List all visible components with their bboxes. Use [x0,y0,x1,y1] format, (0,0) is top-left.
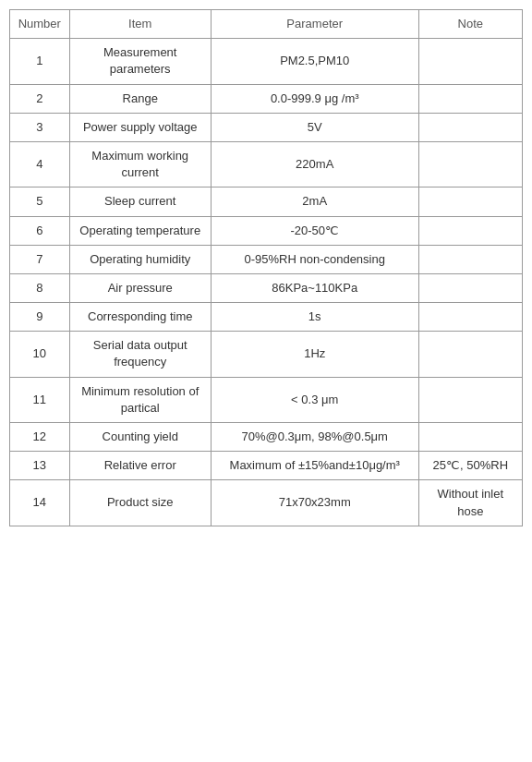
cell-item: Product size [69,480,211,526]
cell-note [418,377,522,422]
table-row: 13Relative errorMaximum of ±15%and±10μg/… [10,452,523,480]
cell-number: 7 [10,245,70,273]
cell-parameter: 71x70x23mm [211,480,418,526]
cell-note [418,245,522,273]
cell-note [418,84,522,113]
table-row: 8Air pressure86KPa~110KPa [10,273,523,302]
table-header-row: Number Item Parameter Note [10,10,523,39]
cell-parameter: 220mA [211,141,418,187]
cell-parameter: 5V [211,113,418,141]
cell-parameter: 2mA [211,187,418,216]
table-row: 2Range0.0-999.9 μg /m³ [10,84,523,113]
table-row: 14Product size71x70x23mmWithout inlet ho… [10,480,523,526]
cell-number: 10 [10,332,70,377]
cell-note: Without inlet hose [418,480,522,526]
table-row: 1Measurement parametersPM2.5,PM10 [10,39,523,84]
cell-number: 1 [10,39,70,84]
cell-note [418,423,522,452]
cell-parameter: 0.0-999.9 μg /m³ [211,84,418,113]
cell-number: 6 [10,216,70,245]
spec-table-container: Number Item Parameter Note 1Measurement … [9,9,523,526]
cell-note [418,303,522,332]
cell-item: Maximum working current [69,141,211,187]
cell-note [418,216,522,245]
cell-item: Air pressure [69,273,211,302]
header-parameter: Parameter [211,10,418,39]
cell-parameter: < 0.3 μm [211,377,418,422]
cell-parameter: 86KPa~110KPa [211,273,418,302]
cell-item: Serial data output frequency [69,332,211,377]
cell-item: Corresponding time [69,303,211,332]
cell-item: Relative error [69,452,211,480]
cell-number: 4 [10,141,70,187]
cell-number: 9 [10,303,70,332]
table-row: 5Sleep current2mA [10,187,523,216]
cell-number: 2 [10,84,70,113]
cell-item: Range [69,84,211,113]
header-number: Number [10,10,70,39]
cell-note [418,332,522,377]
cell-parameter: 0-95%RH non-condensing [211,245,418,273]
cell-note [418,187,522,216]
cell-item: Operating humidity [69,245,211,273]
cell-item: Sleep current [69,187,211,216]
table-row: 6Operating temperature-20-50℃ [10,216,523,245]
table-row: 11Minimum resolution of partical< 0.3 μm [10,377,523,422]
cell-parameter: -20-50℃ [211,216,418,245]
cell-number: 8 [10,273,70,302]
cell-note: 25℃, 50%RH [418,452,522,480]
cell-number: 5 [10,187,70,216]
cell-note [418,113,522,141]
table-row: 3Power supply voltage5V [10,113,523,141]
table-row: 4Maximum working current220mA [10,141,523,187]
cell-item: Counting yield [69,423,211,452]
cell-item: Measurement parameters [69,39,211,84]
cell-item: Minimum resolution of partical [69,377,211,422]
table-row: 9Corresponding time1s [10,303,523,332]
cell-parameter: 1Hz [211,332,418,377]
cell-item: Power supply voltage [69,113,211,141]
cell-number: 11 [10,377,70,422]
cell-number: 13 [10,452,70,480]
cell-number: 12 [10,423,70,452]
cell-note [418,39,522,84]
cell-item: Operating temperature [69,216,211,245]
cell-note [418,141,522,187]
cell-parameter: PM2.5,PM10 [211,39,418,84]
spec-table: Number Item Parameter Note 1Measurement … [9,9,523,526]
cell-note [418,273,522,302]
header-note: Note [418,10,522,39]
table-row: 12Counting yield70%@0.3μm, 98%@0.5μm [10,423,523,452]
table-row: 10Serial data output frequency1Hz [10,332,523,377]
cell-parameter: 1s [211,303,418,332]
cell-parameter: Maximum of ±15%and±10μg/m³ [211,452,418,480]
header-item: Item [69,10,211,39]
cell-number: 14 [10,480,70,526]
cell-number: 3 [10,113,70,141]
cell-parameter: 70%@0.3μm, 98%@0.5μm [211,423,418,452]
table-row: 7Operating humidity0-95%RH non-condensin… [10,245,523,273]
